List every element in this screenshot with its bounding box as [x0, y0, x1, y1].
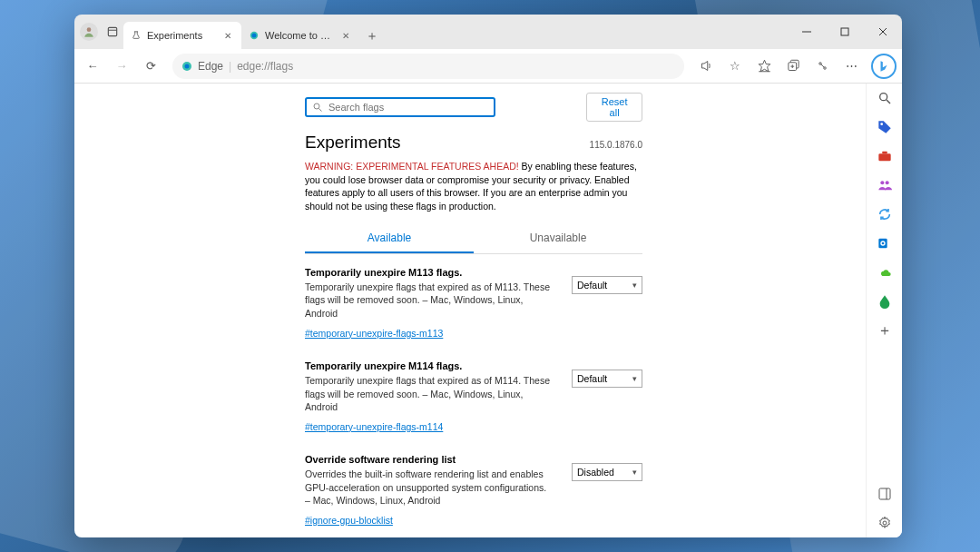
svg-point-19 — [314, 104, 319, 109]
svg-marker-12 — [759, 60, 770, 72]
flag-row: Temporarily unexpire M113 flags. Tempora… — [305, 267, 642, 340]
add-sidebar-button[interactable]: ＋ — [876, 321, 894, 340]
flags-search-input[interactable] — [328, 102, 488, 113]
svg-point-30 — [881, 242, 884, 245]
toolbar: ← → ⟳ Edge | ☆ ⋯ — [74, 49, 902, 84]
refresh-colored-icon[interactable] — [876, 205, 894, 223]
address-scheme: Edge — [198, 60, 223, 73]
svg-line-22 — [887, 100, 890, 104]
onedrive-icon[interactable] — [876, 263, 894, 281]
close-icon[interactable]: ✕ — [339, 29, 352, 42]
outlook-icon[interactable] — [876, 234, 894, 252]
collections-button[interactable] — [780, 54, 806, 79]
settings-icon[interactable] — [876, 514, 894, 532]
close-icon[interactable]: ✕ — [221, 29, 234, 42]
new-tab-button[interactable]: ＋ — [359, 24, 385, 49]
svg-point-23 — [880, 123, 883, 125]
svg-line-20 — [319, 109, 322, 112]
tab-title: Experiments — [147, 30, 216, 41]
forward-button[interactable]: → — [109, 54, 134, 79]
chevron-down-icon: ▾ — [632, 281, 637, 290]
search-icon[interactable] — [876, 89, 894, 107]
svg-rect-24 — [878, 153, 890, 161]
edge-sidebar: ＋ — [866, 84, 902, 537]
svg-point-5 — [252, 34, 257, 38]
favorites-list-button[interactable] — [751, 54, 777, 79]
flag-row: Temporarily unexpire M114 flags. Tempora… — [305, 360, 642, 434]
browser-window: Experiments ✕ Welcome to Microsoft Edge … — [74, 15, 902, 537]
maximize-button[interactable] — [826, 15, 864, 49]
minimize-button[interactable] — [788, 15, 826, 49]
flag-title: Override software rendering list — [305, 454, 554, 465]
toggle-sidebar-icon[interactable] — [876, 485, 894, 503]
favorite-button[interactable]: ☆ — [722, 54, 748, 79]
flag-description: Temporarily unexpire flags that expired … — [305, 374, 554, 414]
more-button[interactable]: ⋯ — [838, 54, 864, 79]
flags-tabs: Available Unavailable — [305, 224, 642, 254]
flag-select[interactable]: Disabled ▾ — [572, 463, 642, 481]
flag-row: Override software rendering list Overrid… — [305, 454, 642, 527]
page-title: Experiments — [305, 133, 401, 153]
edge-icon — [249, 30, 260, 41]
tab-title: Welcome to Microsoft Edge Can — [265, 30, 334, 41]
tab-actions-button[interactable] — [102, 21, 123, 43]
flag-select[interactable]: Default ▾ — [572, 276, 642, 294]
warning-text: WARNING: EXPERIMENTAL FEATURES AHEAD! By… — [305, 160, 642, 213]
chevron-down-icon: ▾ — [632, 468, 637, 477]
svg-rect-25 — [882, 152, 887, 154]
chevron-down-icon: ▾ — [632, 374, 637, 383]
flag-description: Overrides the built-in software renderin… — [305, 468, 554, 508]
flag-select[interactable]: Default ▾ — [572, 370, 642, 388]
back-button[interactable]: ← — [80, 54, 105, 79]
flags-search-box[interactable] — [305, 97, 495, 117]
flags-list: Temporarily unexpire M113 flags. Tempora… — [305, 267, 642, 537]
tab-available[interactable]: Available — [305, 224, 474, 253]
flag-select-value: Disabled — [577, 467, 614, 478]
browser-tab-experiments[interactable]: Experiments ✕ — [123, 22, 241, 49]
people-icon[interactable] — [876, 176, 894, 194]
tab-unavailable[interactable]: Unavailable — [474, 224, 642, 253]
bing-sidebar-button[interactable] — [871, 54, 897, 79]
titlebar: Experiments ✕ Welcome to Microsoft Edge … — [74, 15, 902, 49]
page-inner: Reset all Experiments 115.0.1876.0 WARNI… — [305, 84, 642, 537]
svg-point-26 — [880, 181, 884, 184]
page-content[interactable]: /* override: center page-inner correctly… — [74, 84, 866, 537]
tab-strip: Experiments ✕ Welcome to Microsoft Edge … — [123, 15, 788, 49]
extensions-button[interactable] — [809, 54, 835, 79]
version-label: 115.0.1876.0 — [590, 140, 642, 150]
svg-point-21 — [879, 94, 887, 101]
edge-secure-icon — [181, 61, 192, 72]
reset-all-button[interactable]: Reset all — [586, 93, 642, 122]
flag-description: Temporarily unexpire flags that expired … — [305, 281, 554, 320]
flask-icon — [131, 30, 142, 41]
close-window-button[interactable] — [864, 15, 902, 49]
window-controls — [788, 15, 902, 49]
flag-title: Temporarily unexpire M113 flags. — [305, 267, 554, 278]
flag-select-value: Default — [577, 280, 607, 291]
svg-rect-31 — [879, 488, 890, 499]
flag-anchor-link[interactable]: #temporary-unexpire-flags-m114 — [305, 421, 443, 432]
shopping-tag-icon[interactable] — [876, 118, 894, 136]
toolbox-icon[interactable] — [876, 147, 894, 165]
search-icon — [312, 102, 323, 113]
browser-tab-welcome[interactable]: Welcome to Microsoft Edge Can ✕ — [241, 22, 359, 49]
address-bar[interactable]: Edge | — [172, 54, 684, 79]
refresh-button[interactable]: ⟳ — [138, 54, 163, 79]
warning-label: WARNING: EXPERIMENTAL FEATURES AHEAD! — [305, 161, 519, 172]
flag-anchor-link[interactable]: #ignore-gpu-blocklist — [305, 515, 393, 526]
flag-title: Temporarily unexpire M114 flags. — [305, 360, 554, 371]
svg-point-27 — [885, 181, 888, 184]
svg-point-33 — [883, 521, 887, 525]
svg-point-0 — [87, 27, 92, 32]
profile-button[interactable] — [80, 23, 98, 41]
svg-rect-1 — [108, 27, 116, 35]
address-input[interactable] — [237, 60, 675, 73]
svg-point-11 — [185, 64, 190, 68]
read-aloud-button[interactable] — [693, 54, 719, 79]
svg-rect-7 — [841, 28, 848, 35]
drop-icon[interactable] — [876, 292, 894, 310]
flag-select-value: Default — [577, 373, 607, 384]
flag-anchor-link[interactable]: #temporary-unexpire-flags-m113 — [305, 328, 443, 339]
